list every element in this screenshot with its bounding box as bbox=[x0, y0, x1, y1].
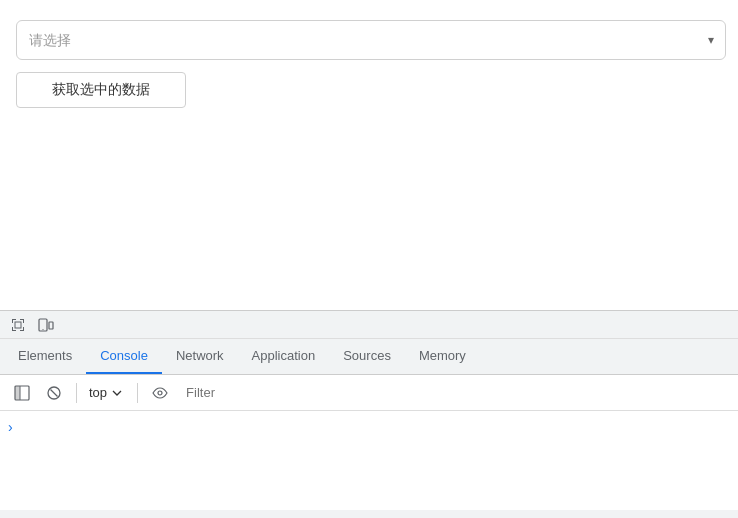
toolbar-divider-2 bbox=[137, 383, 138, 403]
tab-sources[interactable]: Sources bbox=[329, 339, 405, 374]
devtools-tabs: Elements Console Network Application Sou… bbox=[0, 339, 738, 375]
console-toolbar: top bbox=[0, 375, 738, 411]
context-chevron-icon bbox=[109, 385, 125, 401]
tab-console[interactable]: Console bbox=[86, 339, 162, 374]
inspect-element-icon[interactable] bbox=[4, 311, 32, 339]
context-label: top bbox=[89, 385, 107, 400]
select-wrapper: 请选择 ▾ bbox=[16, 20, 726, 60]
data-select[interactable]: 请选择 bbox=[16, 20, 726, 60]
tab-memory[interactable]: Memory bbox=[405, 339, 480, 374]
context-selector[interactable]: top bbox=[85, 383, 129, 403]
console-output: › bbox=[0, 411, 738, 510]
svg-rect-5 bbox=[15, 386, 20, 400]
devtools-icon-bar bbox=[0, 311, 738, 339]
sidebar-toggle-button[interactable] bbox=[8, 379, 36, 407]
prompt-arrow-icon: › bbox=[8, 419, 13, 435]
tab-network[interactable]: Network bbox=[162, 339, 238, 374]
svg-point-3 bbox=[42, 328, 43, 329]
console-prompt: › bbox=[8, 415, 13, 439]
tab-elements[interactable]: Elements bbox=[4, 339, 86, 374]
tab-application[interactable]: Application bbox=[238, 339, 330, 374]
filter-input[interactable] bbox=[178, 380, 730, 406]
fetch-button[interactable]: 获取选中的数据 bbox=[16, 72, 186, 108]
toolbar-divider-1 bbox=[76, 383, 77, 403]
devtools-panel: Elements Console Network Application Sou… bbox=[0, 310, 738, 518]
device-toolbar-icon[interactable] bbox=[32, 311, 60, 339]
svg-rect-0 bbox=[15, 322, 21, 328]
svg-line-8 bbox=[51, 389, 58, 396]
eye-icon-button[interactable] bbox=[146, 379, 174, 407]
svg-rect-2 bbox=[49, 322, 53, 329]
svg-point-9 bbox=[158, 391, 162, 395]
clear-console-button[interactable] bbox=[40, 379, 68, 407]
main-content: 请选择 ▾ 获取选中的数据 bbox=[0, 0, 738, 310]
